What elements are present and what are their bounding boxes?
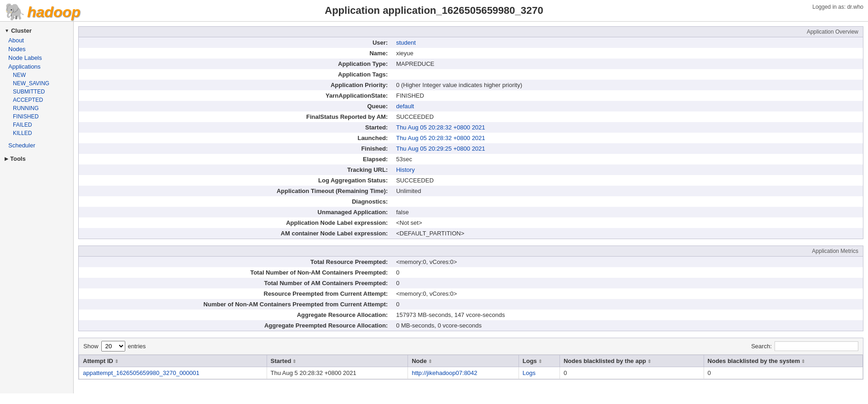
overview-row-label: Application Node Label expression:	[79, 217, 392, 228]
sidebar-item-about[interactable]: About	[0, 36, 73, 45]
overview-row-label: Log Aggregation Status:	[79, 175, 392, 186]
table-row: Aggregate Preempted Resource Allocation:…	[79, 320, 863, 331]
sidebar-item-node-labels[interactable]: Node Labels	[0, 53, 73, 62]
application-overview-panel: Application Overview User:studentName:xi…	[78, 26, 863, 239]
entries-select[interactable]: 10202550100	[101, 341, 125, 351]
sort-icon: ⇕	[801, 359, 805, 364]
overview-row-label: Queue:	[79, 101, 392, 111]
table-row: Tracking URL:History	[79, 164, 863, 175]
attempt-id-link[interactable]: appattempt_1626505659980_3270_000001	[83, 369, 199, 376]
search-input[interactable]	[775, 341, 858, 351]
metrics-row-label: Resource Preempted from Current Attempt:	[79, 288, 392, 299]
metrics-row-value: 0	[392, 299, 863, 310]
sort-icon: ⇕	[647, 359, 651, 364]
metrics-row-value: 157973 MB-seconds, 147 vcore-seconds	[392, 310, 863, 320]
page-header: 🐘 hadoop Application application_1626505…	[0, 0, 868, 22]
overview-row-value: Thu Aug 05 20:28:32 +0800 2021	[392, 122, 863, 133]
table-row: FinalStatus Reported by AM:SUCCEEDED	[79, 111, 863, 122]
overview-row-label: Started:	[79, 122, 392, 133]
tools-label: Tools	[10, 155, 26, 162]
overview-row-label: Tracking URL:	[79, 164, 392, 175]
attempt-blacklisted-app-cell: 0	[559, 367, 704, 379]
metrics-panel-header: Application Metrics	[79, 246, 863, 257]
overview-row-value: SUCCEEDED	[392, 175, 863, 186]
overview-row-value: MAPREDUCE	[392, 59, 863, 69]
table-row: Total Number of AM Containers Preempted:…	[79, 278, 863, 288]
sidebar-item-accepted[interactable]: ACCEPTED	[0, 96, 73, 104]
sidebar-item-killed[interactable]: KILLED	[0, 129, 73, 137]
attempt-started-cell: Thu Aug 5 20:28:32 +0800 2021	[267, 367, 408, 379]
show-label: Show	[83, 343, 99, 350]
table-row: Queue:default	[79, 101, 863, 111]
table-controls: Show 10202550100 entries Search:	[79, 338, 863, 355]
overview-row-label: YarnApplicationState:	[79, 90, 392, 101]
overview-row-label: Unmanaged Application:	[79, 207, 392, 217]
metrics-row-value: 0	[392, 278, 863, 288]
overview-row-label: AM container Node Label expression:	[79, 228, 392, 239]
cluster-section-header[interactable]: ▼ Cluster	[0, 25, 73, 36]
sidebar-item-running[interactable]: RUNNING	[0, 104, 73, 112]
cluster-label: Cluster	[11, 27, 32, 34]
overview-row-value: student	[392, 37, 863, 48]
metrics-row-label: Aggregate Resource Allocation:	[79, 310, 392, 320]
overview-row-value: 53sec	[392, 154, 863, 164]
metrics-row-label: Number of Non-AM Containers Preempted fr…	[79, 299, 392, 310]
attempt-blacklisted-system-cell: 0	[704, 367, 862, 379]
overview-row-label: Application Timeout (Remaining Time):	[79, 186, 392, 196]
attempts-table-container: Show 10202550100 entries Search: Attempt…	[78, 338, 863, 380]
sort-icon: ⇕	[428, 359, 432, 364]
page-title: Application application_1626505659980_32…	[325, 5, 543, 17]
search-area: Search:	[751, 341, 858, 351]
table-header-blacklisted-system[interactable]: Nodes blacklisted by the system⇕	[704, 355, 862, 367]
sidebar-item-submitted[interactable]: SUBMITTED	[0, 88, 73, 96]
application-metrics-panel: Application Metrics Total Resource Preem…	[78, 246, 863, 331]
overview-row-label: Application Tags:	[79, 69, 392, 80]
overview-row-label: Application Priority:	[79, 80, 392, 90]
hadoop-text: hadoop	[27, 4, 81, 21]
sidebar-item-finished[interactable]: FINISHED	[0, 112, 73, 121]
main-layout: ▼ Cluster About Nodes Node Labels Applic…	[0, 22, 868, 393]
table-row: Elapsed:53sec	[79, 154, 863, 164]
overview-row-value: FINISHED	[392, 90, 863, 101]
table-row: appattempt_1626505659980_3270_000001Thu …	[79, 367, 863, 379]
metrics-row-label: Total Resource Preempted:	[79, 257, 392, 267]
metrics-row-label: Total Number of Non-AM Containers Preemp…	[79, 267, 392, 278]
table-row: Diagnostics:	[79, 196, 863, 207]
overview-row-label: Finished:	[79, 143, 392, 154]
table-header-node[interactable]: Node⇕	[408, 355, 519, 367]
sidebar-item-new-saving[interactable]: NEW_SAVING	[0, 79, 73, 88]
sidebar-item-scheduler[interactable]: Scheduler	[0, 141, 73, 150]
tools-section-header[interactable]: ▶ Tools	[0, 153, 73, 164]
overview-panel-header: Application Overview	[79, 27, 863, 37]
overview-row-value: xieyue	[392, 48, 863, 59]
sidebar-item-new[interactable]: NEW	[0, 71, 73, 79]
overview-row-label: Launched:	[79, 133, 392, 143]
table-row: Application Tags:	[79, 69, 863, 80]
attempt-logs-link[interactable]: Logs	[523, 369, 536, 376]
overview-value-link[interactable]: student	[396, 39, 416, 46]
hadoop-elephant-icon: 🐘	[5, 2, 25, 22]
table-row: YarnApplicationState:FINISHED	[79, 90, 863, 101]
table-header-started[interactable]: Started⇕	[267, 355, 408, 367]
attempt-node-link[interactable]: http://jikehadoop07:8042	[412, 369, 477, 376]
table-row: Finished:Thu Aug 05 20:29:25 +0800 2021	[79, 143, 863, 154]
table-row: Number of Non-AM Containers Preempted fr…	[79, 299, 863, 310]
sort-icon: ⇕	[292, 359, 296, 364]
metrics-row-value: 0	[392, 267, 863, 278]
overview-value-link[interactable]: Thu Aug 05 20:28:32 +0800 2021	[396, 135, 485, 141]
table-header-blacklisted-app[interactable]: Nodes blacklisted by the app⇕	[559, 355, 704, 367]
sidebar-item-applications[interactable]: Applications	[0, 62, 73, 71]
logo-area: 🐘 hadoop	[5, 2, 81, 22]
sidebar-item-nodes[interactable]: Nodes	[0, 45, 73, 53]
overview-value-link[interactable]: Thu Aug 05 20:28:32 +0800 2021	[396, 124, 485, 131]
overview-row-value: Unlimited	[392, 186, 863, 196]
metrics-row-value: <memory:0, vCores:0>	[392, 257, 863, 267]
overview-value-link[interactable]: default	[396, 103, 414, 110]
sort-icon: ⇕	[538, 359, 542, 364]
table-header-logs[interactable]: Logs⇕	[518, 355, 559, 367]
table-row: Aggregate Resource Allocation:157973 MB-…	[79, 310, 863, 320]
sidebar-item-failed[interactable]: FAILED	[0, 121, 73, 129]
overview-value-link[interactable]: History	[396, 166, 414, 173]
table-header-attempt-id[interactable]: Attempt ID⇕	[79, 355, 267, 367]
overview-value-link[interactable]: Thu Aug 05 20:29:25 +0800 2021	[396, 145, 485, 152]
